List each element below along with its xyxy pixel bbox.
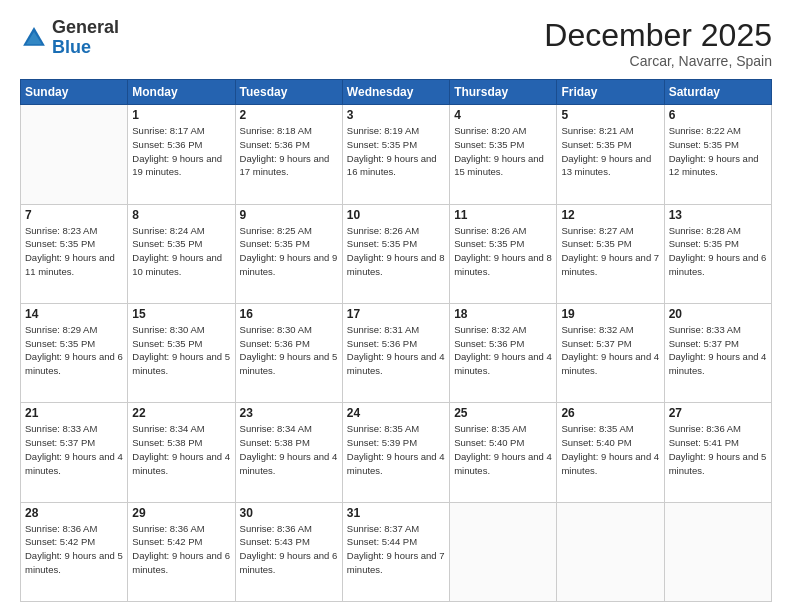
sunset-text: Sunset: 5:40 PM — [561, 437, 631, 448]
table-row: 22Sunrise: 8:34 AMSunset: 5:38 PMDayligh… — [128, 403, 235, 502]
daylight-text: Daylight: 9 hours and 19 minutes. — [132, 153, 222, 178]
table-row — [21, 105, 128, 204]
logo-text: General Blue — [52, 18, 119, 58]
sunrise-text: Sunrise: 8:29 AM — [25, 324, 97, 335]
sunset-text: Sunset: 5:35 PM — [132, 238, 202, 249]
sunrise-text: Sunrise: 8:27 AM — [561, 225, 633, 236]
daylight-text: Daylight: 9 hours and 6 minutes. — [132, 550, 230, 575]
table-row: 5Sunrise: 8:21 AMSunset: 5:35 PMDaylight… — [557, 105, 664, 204]
cell-content: Sunrise: 8:19 AMSunset: 5:35 PMDaylight:… — [347, 124, 445, 179]
calendar-week-5: 28Sunrise: 8:36 AMSunset: 5:42 PMDayligh… — [21, 502, 772, 601]
calendar-week-4: 21Sunrise: 8:33 AMSunset: 5:37 PMDayligh… — [21, 403, 772, 502]
cell-content: Sunrise: 8:35 AMSunset: 5:39 PMDaylight:… — [347, 422, 445, 477]
sunset-text: Sunset: 5:35 PM — [132, 338, 202, 349]
day-number: 9 — [240, 208, 338, 222]
sunrise-text: Sunrise: 8:17 AM — [132, 125, 204, 136]
sunset-text: Sunset: 5:44 PM — [347, 536, 417, 547]
sunset-text: Sunset: 5:36 PM — [240, 139, 310, 150]
table-row: 23Sunrise: 8:34 AMSunset: 5:38 PMDayligh… — [235, 403, 342, 502]
sunset-text: Sunset: 5:41 PM — [669, 437, 739, 448]
logo: General Blue — [20, 18, 119, 58]
table-row: 7Sunrise: 8:23 AMSunset: 5:35 PMDaylight… — [21, 204, 128, 303]
calendar-table: Sunday Monday Tuesday Wednesday Thursday… — [20, 79, 772, 602]
daylight-text: Daylight: 9 hours and 4 minutes. — [25, 451, 123, 476]
sunset-text: Sunset: 5:35 PM — [454, 139, 524, 150]
sunrise-text: Sunrise: 8:19 AM — [347, 125, 419, 136]
daylight-text: Daylight: 9 hours and 4 minutes. — [561, 351, 659, 376]
logo-blue-text: Blue — [52, 37, 91, 57]
table-row: 8Sunrise: 8:24 AMSunset: 5:35 PMDaylight… — [128, 204, 235, 303]
location-subtitle: Carcar, Navarre, Spain — [544, 53, 772, 69]
sunrise-text: Sunrise: 8:35 AM — [347, 423, 419, 434]
day-number: 15 — [132, 307, 230, 321]
daylight-text: Daylight: 9 hours and 6 minutes. — [669, 252, 767, 277]
daylight-text: Daylight: 9 hours and 4 minutes. — [132, 451, 230, 476]
day-number: 10 — [347, 208, 445, 222]
table-row: 28Sunrise: 8:36 AMSunset: 5:42 PMDayligh… — [21, 502, 128, 601]
day-number: 1 — [132, 108, 230, 122]
daylight-text: Daylight: 9 hours and 11 minutes. — [25, 252, 115, 277]
table-row: 25Sunrise: 8:35 AMSunset: 5:40 PMDayligh… — [450, 403, 557, 502]
daylight-text: Daylight: 9 hours and 4 minutes. — [561, 451, 659, 476]
day-number: 18 — [454, 307, 552, 321]
sunset-text: Sunset: 5:35 PM — [25, 338, 95, 349]
sunset-text: Sunset: 5:35 PM — [240, 238, 310, 249]
daylight-text: Daylight: 9 hours and 7 minutes. — [347, 550, 445, 575]
daylight-text: Daylight: 9 hours and 4 minutes. — [347, 451, 445, 476]
cell-content: Sunrise: 8:18 AMSunset: 5:36 PMDaylight:… — [240, 124, 338, 179]
daylight-text: Daylight: 9 hours and 5 minutes. — [132, 351, 230, 376]
cell-content: Sunrise: 8:25 AMSunset: 5:35 PMDaylight:… — [240, 224, 338, 279]
day-number: 6 — [669, 108, 767, 122]
table-row: 29Sunrise: 8:36 AMSunset: 5:42 PMDayligh… — [128, 502, 235, 601]
header: General Blue December 2025 Carcar, Navar… — [20, 18, 772, 69]
table-row: 16Sunrise: 8:30 AMSunset: 5:36 PMDayligh… — [235, 303, 342, 402]
sunrise-text: Sunrise: 8:33 AM — [25, 423, 97, 434]
sunrise-text: Sunrise: 8:24 AM — [132, 225, 204, 236]
daylight-text: Daylight: 9 hours and 4 minutes. — [669, 351, 767, 376]
cell-content: Sunrise: 8:17 AMSunset: 5:36 PMDaylight:… — [132, 124, 230, 179]
sunset-text: Sunset: 5:40 PM — [454, 437, 524, 448]
daylight-text: Daylight: 9 hours and 4 minutes. — [454, 351, 552, 376]
sunset-text: Sunset: 5:35 PM — [454, 238, 524, 249]
sunrise-text: Sunrise: 8:20 AM — [454, 125, 526, 136]
table-row: 15Sunrise: 8:30 AMSunset: 5:35 PMDayligh… — [128, 303, 235, 402]
cell-content: Sunrise: 8:29 AMSunset: 5:35 PMDaylight:… — [25, 323, 123, 378]
title-block: December 2025 Carcar, Navarre, Spain — [544, 18, 772, 69]
logo-icon — [20, 24, 48, 52]
cell-content: Sunrise: 8:36 AMSunset: 5:43 PMDaylight:… — [240, 522, 338, 577]
daylight-text: Daylight: 9 hours and 4 minutes. — [454, 451, 552, 476]
table-row — [664, 502, 771, 601]
cell-content: Sunrise: 8:22 AMSunset: 5:35 PMDaylight:… — [669, 124, 767, 179]
cell-content: Sunrise: 8:23 AMSunset: 5:35 PMDaylight:… — [25, 224, 123, 279]
sunset-text: Sunset: 5:35 PM — [669, 139, 739, 150]
table-row: 6Sunrise: 8:22 AMSunset: 5:35 PMDaylight… — [664, 105, 771, 204]
day-number: 27 — [669, 406, 767, 420]
sunset-text: Sunset: 5:38 PM — [132, 437, 202, 448]
table-row: 31Sunrise: 8:37 AMSunset: 5:44 PMDayligh… — [342, 502, 449, 601]
sunrise-text: Sunrise: 8:36 AM — [240, 523, 312, 534]
sunset-text: Sunset: 5:35 PM — [25, 238, 95, 249]
logo-general-text: General — [52, 17, 119, 37]
day-number: 20 — [669, 307, 767, 321]
sunset-text: Sunset: 5:35 PM — [561, 238, 631, 249]
cell-content: Sunrise: 8:36 AMSunset: 5:42 PMDaylight:… — [25, 522, 123, 577]
sunrise-text: Sunrise: 8:36 AM — [132, 523, 204, 534]
daylight-text: Daylight: 9 hours and 13 minutes. — [561, 153, 651, 178]
daylight-text: Daylight: 9 hours and 5 minutes. — [25, 550, 123, 575]
col-wednesday: Wednesday — [342, 80, 449, 105]
sunset-text: Sunset: 5:43 PM — [240, 536, 310, 547]
cell-content: Sunrise: 8:36 AMSunset: 5:41 PMDaylight:… — [669, 422, 767, 477]
sunrise-text: Sunrise: 8:30 AM — [240, 324, 312, 335]
sunset-text: Sunset: 5:35 PM — [347, 238, 417, 249]
table-row: 19Sunrise: 8:32 AMSunset: 5:37 PMDayligh… — [557, 303, 664, 402]
cell-content: Sunrise: 8:21 AMSunset: 5:35 PMDaylight:… — [561, 124, 659, 179]
table-row: 12Sunrise: 8:27 AMSunset: 5:35 PMDayligh… — [557, 204, 664, 303]
cell-content: Sunrise: 8:35 AMSunset: 5:40 PMDaylight:… — [454, 422, 552, 477]
daylight-text: Daylight: 9 hours and 7 minutes. — [561, 252, 659, 277]
day-number: 23 — [240, 406, 338, 420]
daylight-text: Daylight: 9 hours and 10 minutes. — [132, 252, 222, 277]
table-row: 21Sunrise: 8:33 AMSunset: 5:37 PMDayligh… — [21, 403, 128, 502]
daylight-text: Daylight: 9 hours and 6 minutes. — [25, 351, 123, 376]
page: General Blue December 2025 Carcar, Navar… — [0, 0, 792, 612]
daylight-text: Daylight: 9 hours and 8 minutes. — [454, 252, 552, 277]
